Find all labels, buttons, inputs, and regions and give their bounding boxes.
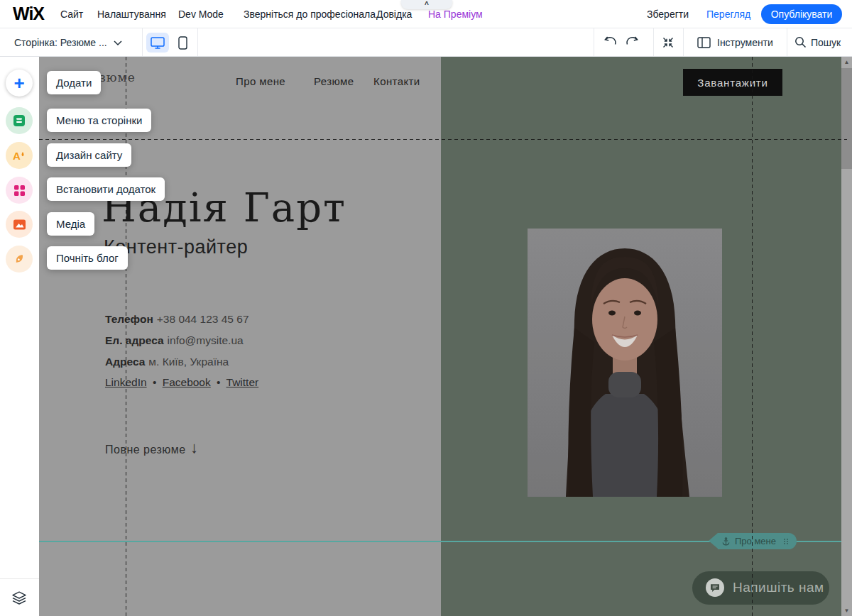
scrollbar-down-icon[interactable]: ▼: [841, 605, 852, 616]
download-button[interactable]: Завантажити: [683, 69, 782, 96]
add-apps-button[interactable]: [6, 177, 33, 204]
guide-line-vertical-left: [126, 57, 126, 616]
anchor-badge-arrow: [709, 533, 718, 549]
apps-grid-icon: [13, 185, 26, 197]
menus-pages-button[interactable]: [6, 107, 33, 134]
site-nav-about[interactable]: Про мене: [236, 75, 285, 87]
mobile-icon: [178, 36, 187, 50]
portrait-photo-image: [528, 229, 722, 497]
editor-sidebar: + A: [0, 57, 39, 616]
toolbar-divider: [787, 28, 787, 56]
guide-line-horizontal: [39, 139, 847, 140]
plus-icon: +: [13, 75, 24, 92]
publish-button[interactable]: Опублікувати: [761, 4, 842, 24]
contact-phone-label: Телефон: [105, 313, 153, 325]
wix-logo[interactable]: WiX: [13, 4, 44, 24]
start-blog-button[interactable]: [6, 246, 33, 273]
tooltip-install-app: Встановити додаток: [47, 177, 165, 201]
design-icon: A: [12, 149, 26, 162]
editor-toolbar: Сторінка: Резюме ...: [0, 28, 852, 57]
zoom-out-mode-icon[interactable]: [662, 36, 674, 49]
redo-icon[interactable]: [625, 36, 639, 48]
social-link-facebook[interactable]: Facebook: [163, 376, 211, 388]
pages-icon: [13, 114, 26, 127]
tooltip-add: Додати: [47, 71, 101, 94]
undo-icon[interactable]: [604, 36, 618, 48]
contact-address[interactable]: Адресам. Київ, Україна: [105, 356, 229, 368]
svg-text:A: A: [13, 150, 21, 162]
menu-settings[interactable]: Налаштування: [97, 9, 166, 20]
layers-button[interactable]: [11, 591, 27, 608]
chat-button-label[interactable]: Напишіть нам: [733, 580, 824, 595]
wix-editor-window: Резюме Про мене Резюме Контакти Завантаж…: [0, 0, 852, 616]
preview-button[interactable]: Перегляд: [706, 9, 750, 20]
sidebar-divider: [0, 578, 39, 579]
full-resume-link[interactable]: Повне резюме: [105, 444, 186, 456]
tooltip-site-design: Дизайн сайту: [47, 143, 131, 167]
tooltip-menus-pages: Меню та сторінки: [47, 109, 151, 132]
menu-hire-professional[interactable]: Зверніться до професіонала: [244, 9, 376, 20]
scrollbar-up-icon[interactable]: ▲: [841, 57, 852, 67]
menu-help[interactable]: Довідка: [376, 9, 412, 20]
desktop-icon: [151, 37, 165, 49]
caret-up-icon: ^: [425, 2, 429, 8]
scrollbar-thumb[interactable]: [841, 68, 852, 169]
contact-email-label: Ел. адреса: [105, 334, 164, 346]
social-link-twitter[interactable]: Twitter: [226, 376, 259, 388]
tools-panel-icon[interactable]: [697, 37, 711, 48]
collapse-chip[interactable]: ^: [401, 0, 452, 9]
media-image-icon: [13, 219, 26, 231]
pen-nib-icon: [13, 253, 26, 265]
down-arrow-icon: ↓: [190, 439, 198, 457]
anchor-icon: [722, 537, 730, 546]
social-separator: •: [153, 376, 156, 388]
anchor-badge-label: Про мене: [735, 536, 776, 546]
social-links: LinkedIn • Facebook • Twitter: [105, 376, 258, 389]
contact-email-value: info@mysite.ua: [168, 334, 244, 346]
contact-phone-value: +38 044 123 45 67: [157, 313, 249, 325]
mobile-view-toggle[interactable]: [173, 33, 192, 53]
page-selector[interactable]: Сторінка: Резюме ...: [14, 37, 107, 48]
contact-address-value: м. Київ, Україна: [148, 356, 229, 368]
portrait-photo[interactable]: [528, 229, 722, 497]
menu-dev-mode[interactable]: Dev Mode: [178, 9, 224, 20]
menu-site[interactable]: Сайт: [60, 9, 83, 20]
social-separator: •: [217, 376, 220, 388]
site-nav-contacts[interactable]: Контакти: [373, 75, 420, 87]
layers-icon: [11, 591, 27, 605]
toolbar-divider: [653, 28, 654, 56]
site-nav-resume[interactable]: Резюме: [314, 75, 354, 87]
tooltip-start-blog: Почніть блог: [47, 246, 128, 270]
site-design-button[interactable]: A: [6, 142, 33, 169]
contact-phone[interactable]: Телефон+38 044 123 45 67: [105, 313, 249, 326]
toolbar-divider: [594, 28, 594, 56]
drag-handle-icon[interactable]: [783, 538, 789, 545]
publish-button-label: Опублікувати: [771, 9, 833, 20]
toolbar-divider: [197, 28, 198, 56]
anchor-badge[interactable]: Про мене: [718, 533, 797, 549]
menu-upgrade-premium[interactable]: На Преміум: [428, 9, 483, 20]
tools-button[interactable]: Інструменти: [717, 37, 773, 48]
desktop-view-toggle[interactable]: [146, 33, 169, 53]
search-button[interactable]: Пошук: [811, 37, 841, 48]
tooltip-media: Медіа: [47, 212, 94, 236]
search-icon[interactable]: [794, 36, 807, 48]
media-button[interactable]: [6, 211, 33, 238]
chevron-down-icon[interactable]: [114, 40, 122, 46]
guide-line-vertical-right: [752, 57, 753, 616]
add-element-button[interactable]: +: [6, 70, 33, 97]
chat-bubble-icon[interactable]: [706, 578, 724, 597]
download-button-label: Завантажити: [697, 77, 768, 89]
toolbar-divider: [683, 28, 684, 56]
toolbar-divider: [142, 28, 143, 56]
save-button[interactable]: Зберегти: [647, 9, 689, 20]
